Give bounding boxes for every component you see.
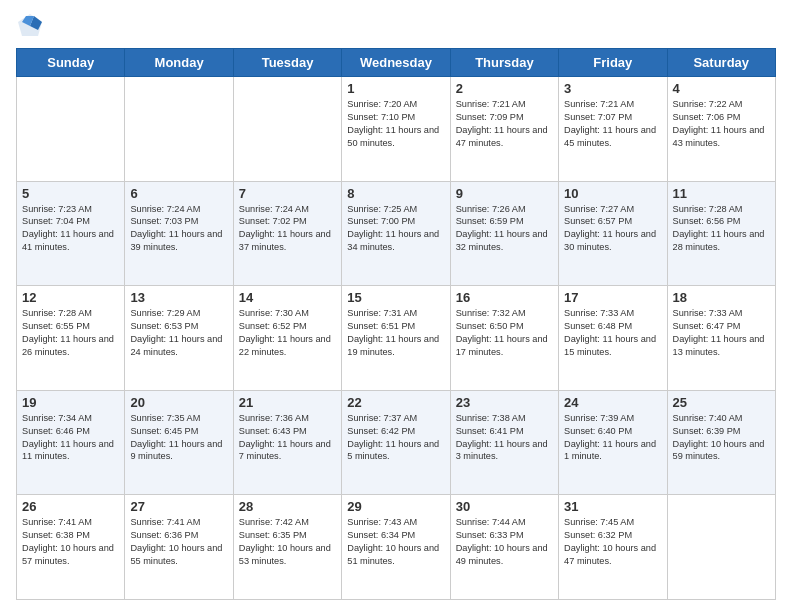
day-number: 10 [564,186,661,201]
day-info: Sunrise: 7:45 AM Sunset: 6:32 PM Dayligh… [564,516,661,568]
calendar-cell: 30Sunrise: 7:44 AM Sunset: 6:33 PM Dayli… [450,495,558,600]
day-number: 21 [239,395,336,410]
day-number: 17 [564,290,661,305]
calendar-cell: 14Sunrise: 7:30 AM Sunset: 6:52 PM Dayli… [233,286,341,391]
calendar-cell: 27Sunrise: 7:41 AM Sunset: 6:36 PM Dayli… [125,495,233,600]
calendar-week-3: 19Sunrise: 7:34 AM Sunset: 6:46 PM Dayli… [17,390,776,495]
calendar-cell: 23Sunrise: 7:38 AM Sunset: 6:41 PM Dayli… [450,390,558,495]
day-info: Sunrise: 7:28 AM Sunset: 6:55 PM Dayligh… [22,307,119,359]
calendar-cell: 15Sunrise: 7:31 AM Sunset: 6:51 PM Dayli… [342,286,450,391]
day-number: 24 [564,395,661,410]
day-info: Sunrise: 7:25 AM Sunset: 7:00 PM Dayligh… [347,203,444,255]
calendar-dow-saturday: Saturday [667,49,775,77]
calendar-week-4: 26Sunrise: 7:41 AM Sunset: 6:38 PM Dayli… [17,495,776,600]
day-number: 30 [456,499,553,514]
calendar-cell: 29Sunrise: 7:43 AM Sunset: 6:34 PM Dayli… [342,495,450,600]
day-info: Sunrise: 7:38 AM Sunset: 6:41 PM Dayligh… [456,412,553,464]
calendar-cell: 4Sunrise: 7:22 AM Sunset: 7:06 PM Daylig… [667,77,775,182]
day-info: Sunrise: 7:31 AM Sunset: 6:51 PM Dayligh… [347,307,444,359]
day-number: 19 [22,395,119,410]
day-info: Sunrise: 7:22 AM Sunset: 7:06 PM Dayligh… [673,98,770,150]
day-info: Sunrise: 7:42 AM Sunset: 6:35 PM Dayligh… [239,516,336,568]
calendar-cell: 13Sunrise: 7:29 AM Sunset: 6:53 PM Dayli… [125,286,233,391]
day-info: Sunrise: 7:27 AM Sunset: 6:57 PM Dayligh… [564,203,661,255]
day-info: Sunrise: 7:33 AM Sunset: 6:48 PM Dayligh… [564,307,661,359]
day-info: Sunrise: 7:37 AM Sunset: 6:42 PM Dayligh… [347,412,444,464]
day-number: 20 [130,395,227,410]
day-number: 5 [22,186,119,201]
header [16,12,776,40]
day-info: Sunrise: 7:39 AM Sunset: 6:40 PM Dayligh… [564,412,661,464]
day-number: 4 [673,81,770,96]
day-number: 12 [22,290,119,305]
day-info: Sunrise: 7:32 AM Sunset: 6:50 PM Dayligh… [456,307,553,359]
calendar-cell: 31Sunrise: 7:45 AM Sunset: 6:32 PM Dayli… [559,495,667,600]
calendar-cell [233,77,341,182]
calendar-dow-friday: Friday [559,49,667,77]
logo-icon [16,12,44,40]
calendar-dow-thursday: Thursday [450,49,558,77]
day-info: Sunrise: 7:26 AM Sunset: 6:59 PM Dayligh… [456,203,553,255]
calendar-cell: 8Sunrise: 7:25 AM Sunset: 7:00 PM Daylig… [342,181,450,286]
calendar-dow-tuesday: Tuesday [233,49,341,77]
calendar-cell: 26Sunrise: 7:41 AM Sunset: 6:38 PM Dayli… [17,495,125,600]
day-info: Sunrise: 7:21 AM Sunset: 7:09 PM Dayligh… [456,98,553,150]
day-number: 8 [347,186,444,201]
calendar-cell: 25Sunrise: 7:40 AM Sunset: 6:39 PM Dayli… [667,390,775,495]
calendar-cell: 17Sunrise: 7:33 AM Sunset: 6:48 PM Dayli… [559,286,667,391]
day-number: 6 [130,186,227,201]
day-number: 16 [456,290,553,305]
day-info: Sunrise: 7:40 AM Sunset: 6:39 PM Dayligh… [673,412,770,464]
calendar-dow-monday: Monday [125,49,233,77]
day-number: 25 [673,395,770,410]
calendar-cell: 11Sunrise: 7:28 AM Sunset: 6:56 PM Dayli… [667,181,775,286]
day-info: Sunrise: 7:30 AM Sunset: 6:52 PM Dayligh… [239,307,336,359]
day-info: Sunrise: 7:44 AM Sunset: 6:33 PM Dayligh… [456,516,553,568]
logo [16,12,48,40]
calendar-cell: 6Sunrise: 7:24 AM Sunset: 7:03 PM Daylig… [125,181,233,286]
calendar-dow-wednesday: Wednesday [342,49,450,77]
calendar-cell: 24Sunrise: 7:39 AM Sunset: 6:40 PM Dayli… [559,390,667,495]
calendar-cell: 16Sunrise: 7:32 AM Sunset: 6:50 PM Dayli… [450,286,558,391]
day-info: Sunrise: 7:28 AM Sunset: 6:56 PM Dayligh… [673,203,770,255]
day-number: 29 [347,499,444,514]
day-info: Sunrise: 7:41 AM Sunset: 6:38 PM Dayligh… [22,516,119,568]
calendar-cell [125,77,233,182]
calendar-cell: 22Sunrise: 7:37 AM Sunset: 6:42 PM Dayli… [342,390,450,495]
day-number: 18 [673,290,770,305]
day-number: 3 [564,81,661,96]
calendar-cell: 5Sunrise: 7:23 AM Sunset: 7:04 PM Daylig… [17,181,125,286]
day-info: Sunrise: 7:20 AM Sunset: 7:10 PM Dayligh… [347,98,444,150]
page: SundayMondayTuesdayWednesdayThursdayFrid… [0,0,792,612]
calendar-cell: 2Sunrise: 7:21 AM Sunset: 7:09 PM Daylig… [450,77,558,182]
day-info: Sunrise: 7:43 AM Sunset: 6:34 PM Dayligh… [347,516,444,568]
calendar-cell: 21Sunrise: 7:36 AM Sunset: 6:43 PM Dayli… [233,390,341,495]
day-number: 13 [130,290,227,305]
day-info: Sunrise: 7:21 AM Sunset: 7:07 PM Dayligh… [564,98,661,150]
day-number: 23 [456,395,553,410]
calendar-cell: 20Sunrise: 7:35 AM Sunset: 6:45 PM Dayli… [125,390,233,495]
calendar-cell: 12Sunrise: 7:28 AM Sunset: 6:55 PM Dayli… [17,286,125,391]
day-number: 15 [347,290,444,305]
calendar-week-1: 5Sunrise: 7:23 AM Sunset: 7:04 PM Daylig… [17,181,776,286]
calendar-dow-sunday: Sunday [17,49,125,77]
day-info: Sunrise: 7:36 AM Sunset: 6:43 PM Dayligh… [239,412,336,464]
calendar-table: SundayMondayTuesdayWednesdayThursdayFrid… [16,48,776,600]
day-info: Sunrise: 7:35 AM Sunset: 6:45 PM Dayligh… [130,412,227,464]
day-number: 11 [673,186,770,201]
calendar-cell: 18Sunrise: 7:33 AM Sunset: 6:47 PM Dayli… [667,286,775,391]
day-number: 9 [456,186,553,201]
calendar-cell: 1Sunrise: 7:20 AM Sunset: 7:10 PM Daylig… [342,77,450,182]
calendar-header-row: SundayMondayTuesdayWednesdayThursdayFrid… [17,49,776,77]
calendar-week-2: 12Sunrise: 7:28 AM Sunset: 6:55 PM Dayli… [17,286,776,391]
day-number: 14 [239,290,336,305]
day-info: Sunrise: 7:23 AM Sunset: 7:04 PM Dayligh… [22,203,119,255]
day-number: 31 [564,499,661,514]
day-info: Sunrise: 7:34 AM Sunset: 6:46 PM Dayligh… [22,412,119,464]
calendar-cell: 28Sunrise: 7:42 AM Sunset: 6:35 PM Dayli… [233,495,341,600]
day-number: 1 [347,81,444,96]
day-number: 28 [239,499,336,514]
calendar-cell [667,495,775,600]
calendar-cell: 7Sunrise: 7:24 AM Sunset: 7:02 PM Daylig… [233,181,341,286]
calendar-cell: 9Sunrise: 7:26 AM Sunset: 6:59 PM Daylig… [450,181,558,286]
